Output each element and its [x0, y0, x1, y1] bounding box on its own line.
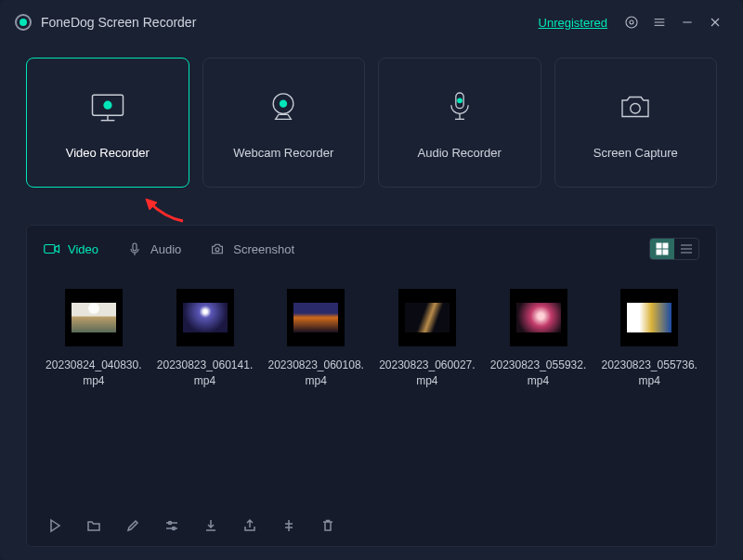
file-grid: 20230824_040830.mp4 20230823_060141.mp4 … [27, 272, 716, 509]
svg-marker-19 [146, 199, 157, 210]
file-item[interactable]: 20230823_060108.mp4 [260, 289, 372, 500]
svg-rect-24 [657, 243, 661, 248]
svg-point-0 [626, 17, 637, 28]
adjust-button[interactable] [163, 516, 181, 535]
edit-button[interactable] [124, 516, 142, 535]
mode-webcam-recorder[interactable]: Webcam Recorder [202, 58, 366, 188]
microphone-icon [439, 86, 480, 127]
svg-point-11 [103, 100, 111, 109]
file-item[interactable]: 20230823_055932.mp4 [483, 289, 594, 500]
camera-icon [615, 86, 656, 127]
convert-button[interactable] [280, 516, 298, 535]
tab-screenshot[interactable]: Screenshot [209, 241, 294, 256]
tab-label: Screenshot [233, 242, 294, 256]
file-thumbnail [65, 289, 123, 346]
app-title: FoneDog Screen Recorder [41, 15, 196, 30]
svg-rect-20 [45, 245, 55, 254]
file-name: 20230823_060141.mp4 [150, 358, 261, 389]
webcam-icon [263, 86, 304, 127]
file-item[interactable]: 20230823_060141.mp4 [150, 289, 261, 500]
tab-label: Video [68, 242, 98, 256]
grid-view-button[interactable] [650, 239, 674, 259]
unregistered-link[interactable]: Unregistered [539, 16, 607, 30]
file-item[interactable]: 20230823_060027.mp4 [372, 289, 483, 500]
download-button[interactable] [202, 516, 220, 535]
mode-cards: Video Recorder Webcam Recorder [0, 45, 743, 188]
title-bar: FoneDog Screen Recorder Unregistered [0, 0, 743, 45]
svg-rect-26 [657, 250, 661, 254]
list-view-button[interactable] [674, 239, 698, 259]
svg-point-17 [457, 98, 463, 103]
open-folder-button[interactable] [85, 516, 103, 535]
settings-icon[interactable] [619, 9, 645, 35]
library-panel: Video Audio Screenshot [26, 225, 717, 547]
tab-audio[interactable]: Audio [126, 241, 181, 256]
file-toolbar [27, 509, 716, 539]
close-button[interactable] [702, 9, 728, 35]
tab-label: Audio [150, 242, 181, 256]
mode-video-recorder[interactable]: Video Recorder [26, 58, 189, 188]
minimize-button[interactable] [674, 9, 700, 35]
mode-label: Video Recorder [66, 146, 150, 160]
annotation-arrow-icon [144, 197, 185, 227]
file-name: 20230823_055736.mp4 [593, 358, 705, 389]
file-thumbnail [287, 289, 345, 346]
svg-marker-31 [51, 520, 59, 531]
file-thumbnail [620, 289, 678, 346]
file-thumbnail [510, 289, 567, 346]
play-button[interactable] [46, 516, 64, 535]
svg-rect-21 [133, 243, 137, 251]
app-window: FoneDog Screen Recorder Unregistered [0, 0, 743, 560]
file-item[interactable]: 20230824_040830.mp4 [38, 289, 150, 500]
monitor-icon [87, 86, 128, 127]
svg-point-13 [280, 99, 287, 107]
svg-point-1 [630, 20, 633, 24]
svg-point-18 [631, 103, 641, 113]
share-button[interactable] [241, 516, 259, 535]
library-tabs: Video Audio Screenshot [27, 226, 716, 272]
file-name: 20230823_060027.mp4 [372, 358, 483, 389]
file-name: 20230823_060108.mp4 [260, 358, 372, 389]
mode-audio-recorder[interactable]: Audio Recorder [378, 58, 541, 188]
app-logo-icon [15, 14, 32, 31]
mode-screen-capture[interactable]: Screen Capture [554, 58, 718, 188]
svg-point-23 [215, 248, 219, 252]
mode-label: Webcam Recorder [233, 146, 333, 160]
file-thumbnail [176, 289, 234, 346]
view-switch [649, 238, 699, 260]
file-name: 20230824_040830.mp4 [38, 358, 150, 389]
delete-button[interactable] [319, 516, 337, 535]
file-thumbnail [398, 289, 456, 346]
mode-label: Screen Capture [593, 146, 678, 160]
menu-icon[interactable] [646, 9, 672, 35]
svg-rect-25 [663, 243, 668, 248]
file-name: 20230823_055932.mp4 [483, 358, 594, 389]
svg-rect-27 [663, 250, 668, 254]
tab-video[interactable]: Video [44, 241, 98, 256]
file-item[interactable]: 20230823_055736.mp4 [593, 289, 705, 500]
mode-label: Audio Recorder [418, 146, 502, 160]
